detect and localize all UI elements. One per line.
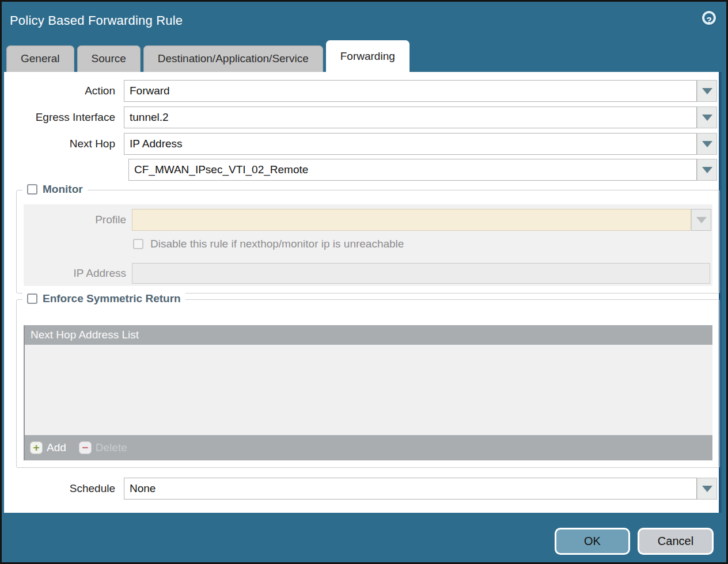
next-hop-address-select[interactable]: CF_MWAN_IPsec_VTI_02_Remote (128, 159, 717, 181)
disable-rule-label: Disable this rule if nexthop/monitor ip … (150, 238, 404, 250)
add-button-label: Add (47, 441, 66, 454)
action-value: Forward (124, 80, 697, 102)
tab-destination-application-service[interactable]: Destination/Application/Service (143, 45, 323, 72)
symmetric-return-section: Enforce Symmetric Return Next Hop Addres… (16, 299, 720, 468)
monitor-legend-label: Monitor (43, 183, 83, 196)
profile-select-disabled (132, 209, 711, 231)
symmetric-return-legend-label: Enforce Symmetric Return (43, 292, 181, 305)
symmetric-return-legend: Enforce Symmetric Return (22, 292, 185, 305)
title-bar: Policy Based Forwarding Rule ? (2, 2, 726, 40)
help-icon[interactable]: ? (702, 11, 716, 25)
egress-interface-value: tunnel.2 (124, 106, 697, 128)
chevron-down-icon (702, 141, 712, 147)
egress-interface-dropdown-button[interactable] (697, 106, 717, 128)
schedule-value: None (124, 478, 697, 500)
add-button[interactable]: + Add (30, 441, 66, 454)
monitor-section: Monitor Profile Disable this rule if nex… (16, 190, 720, 294)
chevron-down-icon (702, 115, 712, 121)
chevron-down-icon (702, 88, 712, 94)
monitor-checkbox[interactable] (27, 184, 37, 195)
disable-rule-checkbox (133, 239, 143, 249)
cancel-button[interactable]: Cancel (638, 528, 714, 555)
tab-strip: General Source Destination/Application/S… (6, 40, 410, 72)
tab-forwarding[interactable]: Forwarding (326, 40, 410, 72)
profile-value (132, 209, 691, 231)
next-hop-address-list-body (25, 345, 712, 435)
egress-interface-select[interactable]: tunnel.2 (124, 106, 717, 128)
profile-dropdown-button (691, 209, 711, 231)
next-hop-select[interactable]: IP Address (124, 133, 717, 155)
schedule-select[interactable]: None (124, 478, 717, 500)
chevron-down-icon (696, 217, 707, 223)
monitor-legend: Monitor (22, 183, 88, 196)
dialog-title: Policy Based Forwarding Rule (10, 13, 183, 28)
chevron-down-icon (702, 486, 712, 492)
pbf-rule-dialog: { "dialog": { "title": "Policy Based For… (0, 0, 728, 564)
next-hop-address-list-header: Next Hop Address List (25, 325, 712, 345)
monitor-panel: Profile Disable this rule if nexthop/mon… (24, 204, 712, 286)
delete-button-label: Delete (96, 441, 127, 454)
profile-label: Profile (24, 209, 126, 231)
next-hop-address-value: CF_MWAN_IPsec_VTI_02_Remote (128, 159, 697, 181)
next-hop-label: Next Hop (4, 133, 119, 155)
chevron-down-icon (702, 167, 712, 173)
monitor-ip-address-input (132, 263, 710, 284)
tab-source[interactable]: Source (77, 45, 141, 72)
schedule-dropdown-button[interactable] (697, 478, 717, 500)
tab-general[interactable]: General (6, 45, 74, 72)
plus-icon: + (30, 441, 43, 454)
symmetric-return-checkbox[interactable] (27, 294, 37, 304)
action-dropdown-button[interactable] (697, 80, 717, 102)
schedule-label: Schedule (4, 478, 119, 500)
next-hop-address-dropdown-button[interactable] (697, 159, 717, 181)
monitor-ip-address-label: IP Address (24, 262, 126, 284)
next-hop-value: IP Address (124, 133, 697, 155)
disable-rule-row: Disable this rule if nexthop/monitor ip … (133, 238, 404, 250)
forwarding-tab-panel: Action Forward Egress Interface tunnel.2… (4, 72, 722, 513)
delete-button: − Delete (79, 441, 127, 454)
ok-button[interactable]: OK (555, 528, 630, 555)
minus-icon: − (79, 441, 92, 454)
next-hop-address-table: Next Hop Address List + Add − Delete (24, 325, 712, 460)
action-label: Action (4, 80, 119, 102)
table-toolbar: + Add − Delete (25, 435, 712, 460)
egress-interface-label: Egress Interface (4, 106, 119, 128)
next-hop-dropdown-button[interactable] (697, 133, 717, 155)
action-select[interactable]: Forward (124, 80, 717, 102)
